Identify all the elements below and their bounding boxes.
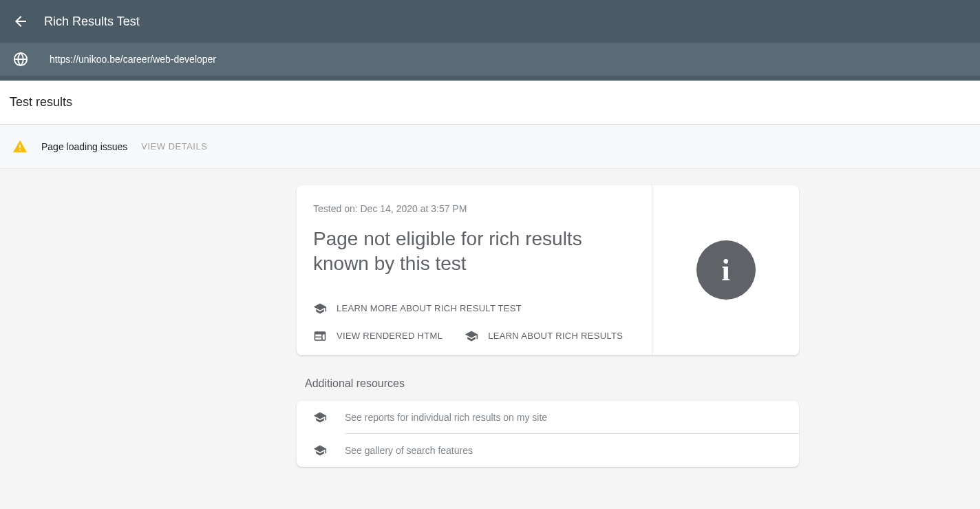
results-title: Test results <box>10 95 72 110</box>
issues-bar: Page loading issues View details <box>0 125 980 169</box>
resource-item-reports[interactable]: See reports for individual rich results … <box>297 401 799 434</box>
back-arrow-icon[interactable] <box>12 13 29 30</box>
view-details-button[interactable]: View details <box>141 141 207 152</box>
school-icon <box>313 411 327 424</box>
info-icon: i <box>696 240 756 300</box>
content-area: Tested on: Dec 14, 2020 at 3:57 PM Page … <box>0 169 980 484</box>
resource-card: See reports for individual rich results … <box>297 401 799 467</box>
url-bar: https://unikoo.be/career/web-developer <box>0 43 980 76</box>
issues-text: Page loading issues <box>41 141 127 152</box>
result-card: Tested on: Dec 14, 2020 at 3:57 PM Page … <box>297 185 799 355</box>
school-icon <box>313 444 327 457</box>
resource-text: See reports for individual rich results … <box>345 412 547 423</box>
resource-text: See gallery of search features <box>345 445 473 456</box>
learn-results-link[interactable]: Learn about rich results <box>465 329 623 343</box>
header-accent <box>0 76 980 81</box>
link-label: View rendered HTML <box>337 331 443 341</box>
warning-icon <box>12 139 28 154</box>
tested-on-text: Tested on: Dec 14, 2020 at 3:57 PM <box>313 203 635 214</box>
app-title: Rich Results Test <box>44 14 140 29</box>
link-label: Learn more about Rich Result Test <box>337 303 522 313</box>
resource-item-gallery[interactable]: See gallery of search features <box>297 434 799 467</box>
web-icon <box>313 329 327 343</box>
header-top: Rich Results Test <box>0 0 980 43</box>
url-text[interactable]: https://unikoo.be/career/web-developer <box>50 54 216 65</box>
view-html-link[interactable]: View rendered HTML <box>313 329 443 343</box>
learn-test-link[interactable]: Learn more about Rich Result Test <box>313 302 635 315</box>
school-icon <box>313 302 327 315</box>
results-header: Test results <box>0 81 980 125</box>
globe-icon <box>12 51 29 67</box>
result-heading: Page not eligible for rich results known… <box>313 227 635 277</box>
school-icon <box>465 329 478 343</box>
link-label: Learn about rich results <box>488 331 623 341</box>
additional-resources-title: Additional resources <box>305 377 799 390</box>
